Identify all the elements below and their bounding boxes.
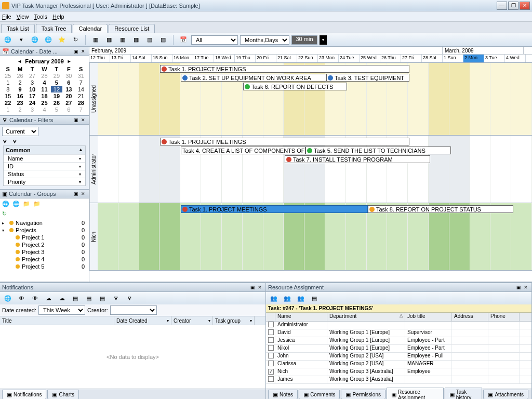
calendar-day[interactable]: 26 (14, 73, 25, 79)
calendar-day[interactable]: 24 (26, 100, 38, 106)
tab-resource-list[interactable]: Resource List (109, 24, 155, 33)
calendar-day[interactable]: 2 (14, 79, 25, 86)
resource-row[interactable]: DavidWorking Group 1 [Europe]Supervisor (266, 329, 531, 337)
panel-dock-icon[interactable]: ▣ (72, 116, 79, 124)
checkbox[interactable] (268, 361, 274, 366)
calendar-day[interactable]: 18 (38, 93, 50, 99)
res-tool-icon[interactable]: 👥 (268, 293, 280, 303)
notif-tool-icon[interactable]: 🌐 (2, 293, 14, 303)
res-col-job-title[interactable]: Job title (405, 313, 452, 321)
gantt-task[interactable]: Task 1. PROJECT MEETINGS (181, 205, 368, 213)
notif-tab-notifications[interactable]: ▣Notifications (2, 390, 46, 399)
resource-row[interactable]: JamesWorking Group 3 [Australia] (266, 376, 531, 384)
calendar-day[interactable]: 23 (14, 100, 25, 106)
menu-help[interactable]: Help (52, 14, 64, 20)
panel-dock-icon[interactable]: ▣ (72, 48, 79, 55)
notif-tool-icon[interactable]: ▤ (97, 293, 108, 303)
notif-filter-icon[interactable]: ⛛ (110, 293, 122, 303)
tool-star-icon[interactable]: ⭐ (56, 35, 68, 45)
calendar-day[interactable]: 27 (26, 73, 38, 79)
group-folder-icon[interactable]: 📁 (23, 201, 30, 207)
view-year-icon[interactable]: ▦ (130, 35, 142, 45)
res-tool-icon[interactable]: 👥 (295, 293, 307, 303)
checkbox[interactable] (268, 345, 274, 351)
notif-tab-charts[interactable]: ▣Charts (47, 390, 78, 399)
resource-row[interactable]: NikolWorking Group 1 [Europe]Employee - … (266, 345, 531, 353)
res-col-phone[interactable]: Phone (488, 313, 520, 321)
view-timeline-icon[interactable]: ▤ (144, 35, 155, 45)
view-day-icon[interactable]: ▦ (90, 35, 101, 45)
calendar-day[interactable]: 14 (75, 86, 87, 92)
res-tab-attachments[interactable]: ▣Attachments (483, 390, 528, 399)
checkbox[interactable] (268, 322, 274, 327)
calendar-day[interactable]: 28 (38, 73, 50, 79)
calendar-day[interactable]: 6 (63, 107, 74, 113)
mini-calendar[interactable]: ◄ February 2009 ► SMTWTFS252627282930311… (0, 56, 89, 115)
notif-col-date-created[interactable]: Date Created ▾ (114, 316, 171, 325)
calendar-day[interactable]: 7 (75, 107, 87, 113)
tab-calendar[interactable]: Calendar (73, 24, 108, 33)
panel-dock-icon[interactable]: ▣ (515, 284, 522, 291)
calendar-day[interactable]: 25 (38, 100, 50, 106)
tool-add-icon[interactable]: 🌐 (2, 35, 14, 45)
tool-delete-icon[interactable]: 🌐 (43, 35, 54, 45)
group-project-1[interactable]: Project 10 (2, 234, 87, 241)
collapse-icon[interactable]: ▲ (78, 147, 83, 153)
calendar-day[interactable]: 25 (2, 73, 14, 79)
calendar-day[interactable]: 7 (75, 79, 87, 86)
checkbox[interactable] (268, 329, 274, 335)
panel-dock-icon[interactable]: ▣ (249, 284, 256, 291)
notif-filter-icon[interactable]: ⛛ (124, 293, 135, 303)
calendar-day[interactable]: 26 (51, 100, 62, 106)
filter-field-name[interactable]: Name▾ (4, 154, 85, 162)
calendar-day[interactable]: 28 (75, 100, 87, 106)
notif-tool-icon[interactable]: 👁 (29, 293, 41, 303)
notif-col-creator[interactable]: Creator ▾ (171, 316, 213, 325)
filter-clear-icon[interactable]: ⛛ (12, 138, 18, 144)
calendar-day[interactable]: 31 (75, 73, 87, 79)
calendar-day[interactable]: 5 (51, 107, 62, 113)
res-tab-task-history[interactable]: ▣Task history (445, 388, 483, 400)
calendar-day[interactable]: 3 (26, 107, 38, 113)
filter-preset-select[interactable]: Current (2, 127, 38, 136)
filter-field-id[interactable]: ID▾ (4, 162, 85, 170)
notif-tool-icon[interactable]: ☁ (43, 293, 54, 303)
calendar-day[interactable]: 9 (14, 86, 25, 92)
calendar-day[interactable]: 10 (26, 86, 38, 92)
gantt-task[interactable]: Task 2. SET UP EQUIPMENT ON WORK AREA (181, 74, 326, 82)
res-col-address[interactable]: Address (452, 313, 488, 321)
checkbox[interactable] (268, 337, 274, 343)
calendar-day[interactable]: 16 (14, 93, 25, 99)
tool-refresh-icon[interactable]: ↻ (70, 35, 81, 45)
panel-close-icon[interactable]: ✕ (79, 190, 87, 197)
interval-dropdown-icon[interactable]: ▾ (320, 35, 327, 45)
notif-tool-icon[interactable]: 👁 (16, 293, 27, 303)
panel-close-icon[interactable]: ✕ (79, 116, 87, 124)
tab-task-list[interactable]: Task List (1, 24, 35, 33)
goto-date-icon[interactable]: 📅 (178, 35, 189, 45)
calendar-day[interactable]: 1 (2, 79, 14, 86)
gantt-task[interactable]: Task 8. REPORT ON PROJECT STATUS (368, 205, 513, 213)
notif-tool-icon[interactable]: ▤ (70, 293, 81, 303)
res-tab-permissions[interactable]: ▣Permissions (341, 390, 385, 399)
notif-tool-icon[interactable]: ▤ (83, 293, 95, 303)
calendar-day[interactable]: 19 (51, 93, 62, 99)
refresh-icon[interactable]: ↻ (2, 210, 7, 217)
group-delete-icon[interactable]: 📁 (33, 201, 41, 207)
group-project-5[interactable]: Project 50 (2, 263, 87, 270)
calendar-day[interactable]: 5 (51, 79, 62, 86)
group-project-4[interactable]: Project 40 (2, 256, 87, 263)
gantt-task[interactable]: Task 4. CREATE A LIST OF COMPONENTS OF E… (181, 147, 305, 154)
menu-tools[interactable]: Tools (34, 14, 47, 20)
group-project-3[interactable]: Project 30 (2, 248, 87, 256)
calendar-day[interactable]: 17 (26, 93, 38, 99)
panel-close-icon[interactable]: ✕ (256, 284, 263, 291)
calendar-day[interactable]: 1 (2, 107, 14, 113)
menu-view[interactable]: View (17, 14, 29, 20)
gantt-task[interactable]: Task 1. PROJECT MEETINGS (160, 65, 409, 73)
resource-row[interactable]: ✓NichWorking Group 3 [Australia]Employee (266, 368, 531, 376)
group-edit-icon[interactable]: 🌐 (12, 201, 20, 207)
panel-close-icon[interactable]: ✕ (522, 284, 529, 291)
notif-col-title[interactable]: Title (0, 316, 114, 325)
res-tab-comments[interactable]: ▣Comments (299, 390, 340, 399)
